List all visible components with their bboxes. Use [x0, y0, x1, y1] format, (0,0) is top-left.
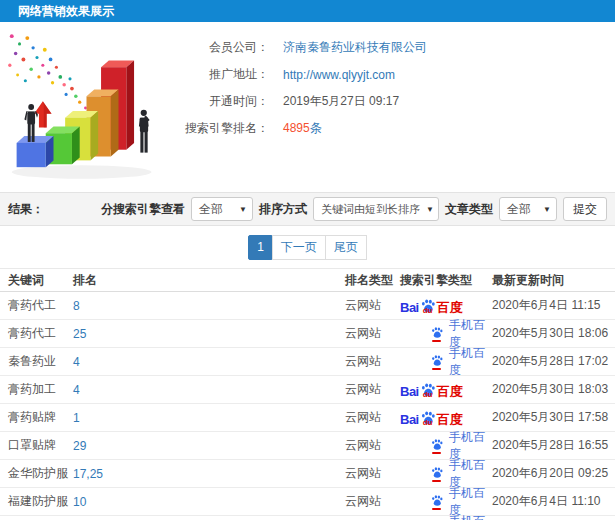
baidu-logo-bai: Bai — [400, 301, 419, 314]
sort-select[interactable]: 关键词由短到长排序 ▼ — [313, 197, 439, 221]
growth-bar-chart-image — [4, 28, 169, 186]
baidu-logo-cn: 百度 — [437, 385, 463, 398]
baidu-paw-icon: du — [420, 410, 436, 426]
businessman-right — [139, 110, 150, 153]
pagination: 1 下一页 尾页 — [248, 235, 367, 260]
rank-type-text: 云网站 — [345, 326, 381, 340]
company-info: 会员公司： 济南秦鲁药业科技有限公司 推广地址： http://www.qlyy… — [169, 34, 615, 142]
keyword-text: 膏药代工 — [8, 326, 56, 340]
rank-count-value: 4895条 — [283, 120, 322, 137]
article-type-value: 全部 — [507, 201, 531, 218]
table-row: 膏药代工 25 云网站 手机百度 2020年5月30日 18:06 — [0, 320, 615, 348]
table-body: 膏药代工 8 云网站 Bai du 百度 2020年6月4日 11:15 膏药代… — [0, 292, 615, 520]
bar-blue — [17, 136, 54, 167]
chevron-down-icon: ▼ — [420, 205, 434, 214]
table-row: 秦鲁药业 4 云网站 手机百度 2020年5月28日 17:02 — [0, 348, 615, 376]
rank-link[interactable]: 10 — [73, 495, 86, 509]
info-row-company: 会员公司： 济南秦鲁药业科技有限公司 — [169, 34, 615, 61]
last-page-button[interactable]: 尾页 — [325, 235, 367, 260]
col-rank-type: 排名类型 — [345, 272, 400, 289]
article-type-select[interactable]: 全部 ▼ — [499, 197, 557, 221]
baidu-logo: Bai du 百度 — [400, 410, 463, 426]
baidu-mobile-logo: 手机百度 — [430, 345, 492, 379]
baidu-logo-du: du — [423, 391, 433, 399]
rank-link[interactable]: 1 — [73, 411, 80, 425]
company-name-link[interactable]: 济南秦鲁药业科技有限公司 — [283, 39, 427, 56]
rank-link[interactable]: 4 — [73, 355, 80, 369]
baidu-mobile-paw-icon — [430, 438, 444, 454]
baidu-logo-bai: Bai — [400, 385, 419, 398]
page-1-button[interactable]: 1 — [248, 235, 273, 260]
rankings-table: 关键词 排名 排名类型 搜索引擎类型 最新更新时间 膏药代工 8 云网站 Bai… — [0, 268, 615, 520]
updated-time-text: 2020年6月20日 09:25 — [492, 466, 608, 480]
rank-link[interactable]: 4 — [73, 383, 80, 397]
keyword-text: 金华防护服 — [8, 466, 68, 480]
updated-time-text: 2020年5月30日 18:06 — [492, 326, 608, 340]
engine-filter-value: 全部 — [199, 201, 223, 218]
info-row-url: 推广地址： http://www.qlyyjt.com — [169, 61, 615, 88]
col-rank: 排名 — [73, 272, 345, 289]
engine-filter-select[interactable]: 全部 ▼ — [191, 197, 253, 221]
rank-count-number: 4895 — [283, 121, 310, 135]
baidu-logo-bai: Bai — [400, 413, 419, 426]
rank-type-text: 云网站 — [345, 494, 381, 508]
baidu-logo: Bai du 百度 — [400, 298, 463, 314]
company-label: 会员公司： — [169, 39, 269, 56]
rank-type-text: 云网站 — [345, 410, 381, 424]
table-row: 膏药贴牌 1 云网站 Bai du 百度 2020年5月30日 17:58 — [0, 404, 615, 432]
open-time-label: 开通时间： — [169, 93, 269, 110]
confetti-dots — [8, 34, 87, 109]
updated-time-text: 2020年5月28日 16:55 — [492, 438, 608, 452]
baidu-logo-cn: 百度 — [437, 413, 463, 426]
col-engine: 搜索引擎类型 — [400, 272, 492, 289]
baidu-logo-du: du — [423, 419, 433, 427]
info-row-rank-count: 搜索引擎排名： 4895条 — [169, 115, 615, 142]
col-updated: 最新更新时间 — [492, 272, 615, 289]
submit-button[interactable]: 提交 — [563, 197, 607, 221]
table-row: 手机百度 — [0, 516, 615, 520]
chevron-down-icon: ▼ — [233, 205, 247, 214]
updated-time-text: 2020年5月28日 17:02 — [492, 354, 608, 368]
promo-url-label: 推广地址： — [169, 66, 269, 83]
keyword-text: 口罩贴牌 — [8, 438, 56, 452]
filter-controls: 分搜索引擎查看 全部 ▼ 排序方式 关键词由短到长排序 ▼ 文章类型 全部 ▼ … — [101, 197, 607, 221]
keyword-text: 福建防护服 — [8, 494, 68, 508]
rank-count-unit: 条 — [310, 121, 322, 135]
updated-time-text: 2020年5月30日 17:58 — [492, 410, 608, 424]
rank-link[interactable]: 8 — [73, 299, 80, 313]
marketing-results-page: 网络营销效果展示 — [0, 0, 615, 520]
keyword-text: 膏药代工 — [8, 298, 56, 312]
baidu-mobile-text: 手机百度 — [449, 345, 492, 379]
baidu-mobile-paw-icon — [430, 326, 444, 342]
rank-link[interactable]: 17,25 — [73, 467, 103, 481]
keyword-text: 膏药加工 — [8, 382, 56, 396]
rank-type-text: 云网站 — [345, 466, 381, 480]
keyword-text: 秦鲁药业 — [8, 354, 56, 368]
rank-type-text: 云网站 — [345, 438, 381, 452]
results-filter-bar: 结果： 分搜索引擎查看 全部 ▼ 排序方式 关键词由短到长排序 ▼ 文章类型 全… — [0, 192, 615, 226]
table-header: 关键词 排名 排名类型 搜索引擎类型 最新更新时间 — [0, 268, 615, 292]
sort-value: 关键词由短到长排序 — [321, 202, 420, 217]
result-label: 结果： — [8, 201, 44, 218]
table-row: 膏药代工 8 云网站 Bai du 百度 2020年6月4日 11:15 — [0, 292, 615, 320]
rank-type-text: 云网站 — [345, 382, 381, 396]
rank-link[interactable]: 29 — [73, 439, 86, 453]
baidu-mobile-paw-icon — [430, 494, 444, 510]
title-bar: 网络营销效果展示 — [0, 0, 615, 22]
table-row: 膏药加工 4 云网站 Bai du 百度 2020年5月30日 18:03 — [0, 376, 615, 404]
pagination-area: 1 下一页 尾页 — [0, 226, 615, 268]
baidu-logo: Bai du 百度 — [400, 382, 463, 398]
page-title: 网络营销效果展示 — [18, 4, 114, 18]
rank-link[interactable]: 25 — [73, 327, 86, 341]
baidu-mobile-paw-icon — [430, 466, 444, 482]
table-row: 口罩贴牌 29 云网站 手机百度 2020年5月28日 16:55 — [0, 432, 615, 460]
updated-time-text: 2020年5月30日 18:03 — [492, 382, 608, 396]
baidu-mobile-text: 手机百度 — [449, 513, 492, 520]
updated-time-text: 2020年6月4日 11:10 — [492, 494, 601, 508]
rank-type-text: 云网站 — [345, 298, 381, 312]
updated-time-text: 2020年6月4日 11:15 — [492, 298, 601, 312]
promo-url-link[interactable]: http://www.qlyyjt.com — [283, 68, 395, 82]
info-row-open-time: 开通时间： 2019年5月27日 09:17 — [169, 88, 615, 115]
next-page-button[interactable]: 下一页 — [272, 235, 326, 260]
baidu-logo-cn: 百度 — [437, 301, 463, 314]
